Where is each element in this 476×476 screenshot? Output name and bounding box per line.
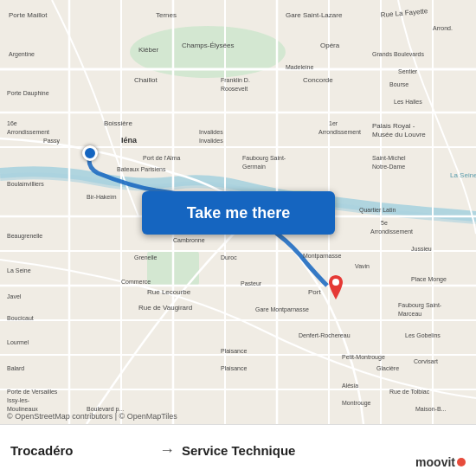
map-attribution: © OpenStreetMap contributors | © OpenMap… xyxy=(7,412,177,421)
take-me-there-button[interactable]: Take me there xyxy=(142,191,335,235)
svg-text:Javel: Javel xyxy=(7,293,22,299)
svg-text:Boulainvilliers: Boulainvilliers xyxy=(7,181,44,187)
svg-text:Glacière: Glacière xyxy=(376,365,399,371)
moovit-logo: moovit xyxy=(415,455,466,469)
svg-text:Chaillot: Chaillot xyxy=(134,76,158,84)
svg-text:Duroc: Duroc xyxy=(221,254,237,261)
svg-text:Plaisance: Plaisance xyxy=(221,365,247,371)
svg-text:Place Monge: Place Monge xyxy=(411,276,447,283)
svg-text:Petit-Montrouge: Petit-Montrouge xyxy=(342,354,385,361)
destination-pin xyxy=(325,275,346,303)
origin-label: Trocadéro xyxy=(10,443,152,458)
svg-text:Port: Port xyxy=(308,288,321,296)
svg-text:Boissière: Boissière xyxy=(104,119,132,127)
svg-text:Iéna: Iéna xyxy=(121,136,138,145)
svg-text:Vavin: Vavin xyxy=(355,263,370,269)
svg-text:Montparnasse: Montparnasse xyxy=(303,253,341,260)
svg-text:Opéra: Opéra xyxy=(320,42,340,49)
map-view: Porte Maillot Ternes Gare Saint-Lazare R… xyxy=(0,0,476,424)
svg-text:Porte Maillot: Porte Maillot xyxy=(9,11,48,19)
svg-text:Rue de Vaugirard: Rue de Vaugirard xyxy=(138,304,192,312)
svg-text:Madeleine: Madeleine xyxy=(286,64,313,70)
svg-text:Notre-Dame: Notre-Dame xyxy=(372,164,405,170)
svg-text:Arrondissement: Arrondissement xyxy=(7,129,49,135)
svg-text:Argentine: Argentine xyxy=(9,51,35,58)
svg-text:Sentier: Sentier xyxy=(398,68,418,74)
svg-text:Bir-Hakeim: Bir-Hakeim xyxy=(87,194,117,200)
direction-arrow: → xyxy=(159,441,175,460)
origin-marker xyxy=(82,145,98,161)
svg-text:Grenelle: Grenelle xyxy=(134,254,158,261)
svg-text:La Seine: La Seine xyxy=(450,171,476,179)
svg-text:Grands Boulevards: Grands Boulevards xyxy=(372,51,424,57)
svg-text:Palais Royal -: Palais Royal - xyxy=(372,122,415,130)
svg-text:Moulineaux: Moulineaux xyxy=(7,406,38,412)
svg-text:Bateaux Parisiens: Bateaux Parisiens xyxy=(117,166,166,172)
svg-text:Faubourg Saint-: Faubourg Saint- xyxy=(242,155,286,162)
svg-text:Passy: Passy xyxy=(43,138,61,145)
svg-text:Arrondissement: Arrondissement xyxy=(370,228,413,235)
svg-text:Roosevelt: Roosevelt xyxy=(221,86,248,92)
svg-text:Faubourg Saint-: Faubourg Saint- xyxy=(398,302,442,309)
svg-text:Invalides: Invalides xyxy=(199,129,223,135)
svg-text:Saint-Michel: Saint-Michel xyxy=(372,155,406,161)
svg-text:La Seine: La Seine xyxy=(7,267,31,273)
svg-text:Concorde: Concorde xyxy=(303,76,333,84)
svg-text:Arrond.: Arrond. xyxy=(433,25,453,31)
svg-point-102 xyxy=(332,279,339,286)
svg-text:Champs-Élysées: Champs-Élysées xyxy=(182,42,234,49)
svg-text:Maison-B...: Maison-B... xyxy=(415,406,446,412)
svg-text:Issy-les-: Issy-les- xyxy=(7,397,30,404)
svg-text:Bourse: Bourse xyxy=(389,81,408,87)
svg-text:Ternes: Ternes xyxy=(156,11,177,19)
svg-text:Invalides: Invalides xyxy=(199,138,223,144)
svg-text:Marceau: Marceau xyxy=(398,311,421,317)
svg-text:Cambronne: Cambronne xyxy=(173,237,205,243)
svg-text:Lourmel: Lourmel xyxy=(7,339,29,345)
svg-text:Quartier Latin: Quartier Latin xyxy=(359,207,396,214)
moovit-dot-icon xyxy=(457,458,466,466)
svg-text:Porte Dauphine: Porte Dauphine xyxy=(7,90,49,97)
svg-text:Commerce: Commerce xyxy=(121,279,151,285)
svg-text:Rue Lecourbe: Rue Lecourbe xyxy=(147,288,191,296)
svg-text:Pasteur: Pasteur xyxy=(241,280,262,286)
moovit-brand-text: moovit xyxy=(415,455,455,469)
svg-text:Les Gobelins: Les Gobelins xyxy=(405,332,441,338)
svg-text:Germain: Germain xyxy=(242,164,266,170)
svg-text:Gare Saint-Lazare: Gare Saint-Lazare xyxy=(286,11,343,19)
svg-text:Rue de Tolbiac: Rue de Tolbiac xyxy=(389,389,430,395)
svg-text:5e: 5e xyxy=(381,220,388,226)
svg-text:Kléber: Kléber xyxy=(138,46,158,54)
svg-text:Boucicaut: Boucicaut xyxy=(7,315,34,321)
svg-text:1er: 1er xyxy=(329,120,338,126)
svg-text:Plaisance: Plaisance xyxy=(221,348,247,354)
svg-text:Franklin D.: Franklin D. xyxy=(221,77,250,83)
svg-text:Les Halles: Les Halles xyxy=(394,99,422,105)
svg-text:Corvisart: Corvisart xyxy=(414,358,438,364)
svg-text:Beaugrenelle: Beaugrenelle xyxy=(7,233,42,240)
svg-text:Denfert-Rochereau: Denfert-Rochereau xyxy=(299,332,351,338)
bottom-bar: Trocadéro → Service Technique moovit xyxy=(0,424,476,476)
svg-text:Musée du Louvre: Musée du Louvre xyxy=(372,131,426,138)
svg-text:Port de l'Alma: Port de l'Alma xyxy=(143,155,180,161)
svg-text:Arrondissement: Arrondissement xyxy=(318,129,361,135)
svg-text:Gare Montparnasse: Gare Montparnasse xyxy=(255,306,309,313)
svg-text:Alésia: Alésia xyxy=(342,383,358,389)
svg-text:Balard: Balard xyxy=(7,365,24,371)
svg-text:Montrouge: Montrouge xyxy=(342,400,371,407)
svg-text:Jussieu: Jussieu xyxy=(411,246,432,252)
svg-text:16e: 16e xyxy=(7,120,17,126)
svg-text:Porte de Versailles: Porte de Versailles xyxy=(7,389,58,395)
